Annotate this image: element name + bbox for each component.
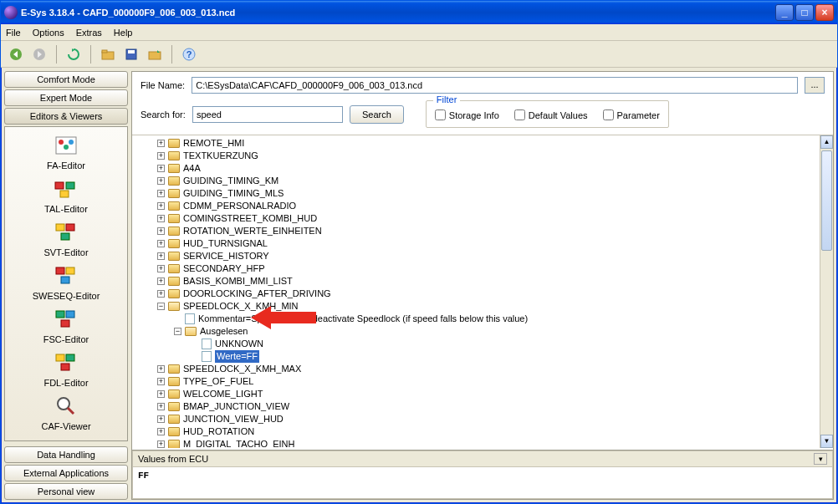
expander-icon[interactable]: + — [157, 365, 165, 373]
folder-icon — [168, 214, 180, 223]
forward-button[interactable] — [29, 44, 49, 64]
tree-node[interactable]: +SERVICE_HISTORY — [157, 250, 818, 262]
tree-node[interactable]: +A4A — [157, 162, 818, 175]
expander-icon[interactable]: + — [157, 165, 165, 172]
tree-node[interactable]: +COMINGSTREET_KOMBI_HUD — [157, 212, 818, 225]
mode-external-apps[interactable]: External Applications — [4, 465, 128, 481]
editor-sweseq[interactable]: SWESEQ-Editor — [33, 262, 100, 301]
expander-icon[interactable]: + — [157, 240, 165, 247]
expander-icon[interactable]: + — [157, 277, 165, 285]
expander-icon[interactable]: + — [157, 227, 165, 235]
menu-extras[interactable]: Extras — [76, 28, 102, 38]
back-button[interactable] — [6, 44, 26, 64]
tree-node[interactable]: UNKNOWN — [157, 338, 818, 350]
scroll-down-icon[interactable]: ▼ — [820, 435, 833, 448]
scroll-thumb[interactable] — [821, 150, 832, 251]
save-as-button[interactable] — [145, 44, 165, 64]
expander-icon[interactable]: + — [157, 152, 165, 160]
menu-file[interactable]: File — [6, 28, 21, 38]
menu-help[interactable]: Help — [114, 28, 133, 38]
mode-personal-view[interactable]: Personal view — [4, 483, 128, 500]
expander-icon[interactable]: + — [157, 202, 165, 210]
tree-node[interactable]: +BMAP_JUNCTION_VIEW — [157, 400, 818, 413]
mode-comfort[interactable]: Comfort Mode — [4, 71, 128, 88]
mode-data-handling[interactable]: Data Handling — [4, 446, 128, 463]
filter-parameter[interactable]: Parameter — [603, 109, 660, 120]
folder-icon — [168, 415, 180, 424]
expander-icon[interactable]: + — [157, 290, 165, 298]
viewer-caf[interactable]: CAF-Viewer — [41, 393, 90, 431]
tree-node[interactable]: +REMOTE_HMI — [157, 137, 818, 150]
expander-icon[interactable]: + — [157, 215, 165, 222]
tree-view[interactable]: +REMOTE_HMI+TEXTKUERZUNG+A4A+GUIDING_TIM… — [132, 135, 820, 448]
expander-icon[interactable]: + — [157, 177, 165, 185]
tree-node[interactable]: Kommentar=Sppedvalue to deactivate Speed… — [157, 313, 818, 325]
expander-icon[interactable]: + — [157, 265, 165, 272]
expander-icon[interactable]: + — [157, 390, 165, 398]
mode-expert[interactable]: Expert Mode — [4, 89, 128, 106]
search-button[interactable]: Search — [350, 105, 404, 124]
expander-icon[interactable]: − — [174, 328, 181, 335]
help-button[interactable]: ? — [179, 44, 199, 64]
scroll-up-icon[interactable]: ▲ — [820, 135, 833, 149]
file-name-input[interactable] — [192, 77, 798, 94]
window-titlebar[interactable]: E-Sys 3.18.4 - CAFD_000000F9_006_003_013… — [1, 1, 837, 24]
expander-icon[interactable]: + — [157, 428, 165, 435]
tree-node[interactable]: +SECONDARY_HFP — [157, 262, 818, 275]
browse-button[interactable]: ... — [805, 77, 825, 94]
tree-node[interactable]: +WELCOME_LIGHT — [157, 388, 818, 400]
expander-icon[interactable]: + — [157, 252, 165, 260]
tree-node[interactable]: +M_DIGITAL_TACHO_EINH — [157, 438, 818, 448]
maximize-button[interactable]: □ — [795, 4, 814, 21]
expander-icon[interactable]: + — [157, 140, 165, 147]
tree-node[interactable]: +BASIS_KOMBI_MMI_LIST — [157, 275, 818, 288]
svg-rect-22 — [56, 311, 64, 318]
viewer-log[interactable]: Log-Viewer — [43, 436, 89, 441]
minimize-button[interactable]: _ — [775, 4, 794, 21]
close-button[interactable]: × — [815, 4, 834, 21]
tree-node[interactable]: +TEXTKUERZUNG — [157, 150, 818, 162]
page-icon — [185, 313, 195, 324]
filter-box: Filter Storage Info Default Values Param… — [426, 100, 669, 128]
menu-options[interactable]: Options — [33, 28, 64, 38]
expander-icon[interactable]: + — [157, 415, 165, 423]
tree-node[interactable]: −Ausgelesen — [157, 325, 818, 338]
editor-fa[interactable]: FA-Editor — [47, 132, 85, 171]
editor-tal[interactable]: TAL-Editor — [44, 176, 88, 214]
expander-icon[interactable]: + — [157, 190, 165, 197]
tree-node[interactable]: +JUNCTION_VIEW_HUD — [157, 413, 818, 425]
refresh-button[interactable] — [64, 44, 84, 64]
tree-node[interactable]: +CDMM_PERSONALRADIO — [157, 200, 818, 212]
filter-default-values[interactable]: Default Values — [514, 109, 588, 120]
mode-editors[interactable]: Editors & Viewers — [4, 108, 128, 125]
tree-node[interactable]: −SPEEDLOCK_X_KMH_MIN — [157, 300, 818, 313]
open-folder-button[interactable] — [98, 44, 118, 64]
filter-storage-info[interactable]: Storage Info — [435, 109, 499, 120]
folder-icon — [168, 427, 180, 436]
tree-node[interactable]: +ROTATION_WERTE_EINHEITEN — [157, 225, 818, 237]
window-title: E-Sys 3.18.4 - CAFD_000000F9_006_003_013… — [21, 8, 235, 18]
tree-node-label: M_DIGITAL_TACHO_EINH — [183, 438, 294, 448]
tree-node[interactable]: +DOORLOCKING_AFTER_DRIVING — [157, 288, 818, 300]
tree-node[interactable]: +GUIDING_TIMING_KM — [157, 175, 818, 187]
search-input[interactable] — [192, 106, 343, 123]
tree-node[interactable]: +GUIDING_TIMING_MLS — [157, 187, 818, 200]
expander-icon[interactable]: + — [157, 440, 165, 448]
tree-node[interactable]: Werte=FF — [157, 350, 818, 363]
menu-bar: File Options Extras Help — [1, 24, 837, 41]
expander-icon[interactable]: + — [157, 378, 165, 385]
editor-fdl[interactable]: FDL-Editor — [43, 349, 88, 388]
tree-node[interactable]: +SPEEDLOCK_X_KMH_MAX — [157, 363, 818, 375]
save-button[interactable] — [121, 44, 141, 64]
svg-rect-5 — [128, 50, 135, 53]
tree-node[interactable]: +HUD_ROTATION — [157, 425, 818, 438]
tree-node[interactable]: +HUD_TURNSIGNAL — [157, 237, 818, 250]
editor-fsc[interactable]: FSC-Editor — [43, 306, 89, 344]
scrollbar[interactable]: ▲ ▼ — [820, 135, 833, 448]
expander-icon[interactable]: + — [157, 403, 165, 410]
filter-legend: Filter — [433, 94, 460, 104]
collapse-values-button[interactable]: ▾ — [814, 453, 827, 465]
editor-svt[interactable]: SVT-Editor — [43, 219, 88, 257]
tree-node[interactable]: +TYPE_OF_FUEL — [157, 375, 818, 388]
expander-icon[interactable]: − — [157, 303, 165, 310]
